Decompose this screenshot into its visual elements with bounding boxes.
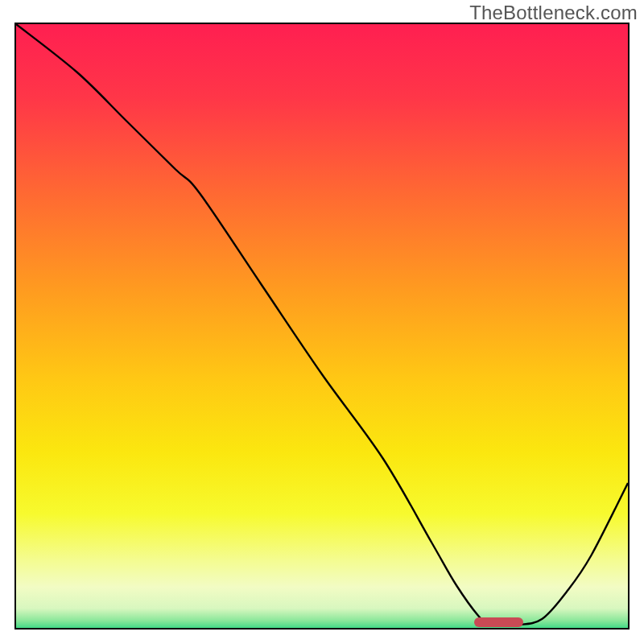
optimal-range-marker <box>474 617 523 627</box>
watermark-text: TheBottleneck.com <box>469 2 638 24</box>
plot-area <box>14 23 630 630</box>
chart-frame: TheBottleneck.com <box>0 0 644 644</box>
bottleneck-curve <box>16 24 628 628</box>
